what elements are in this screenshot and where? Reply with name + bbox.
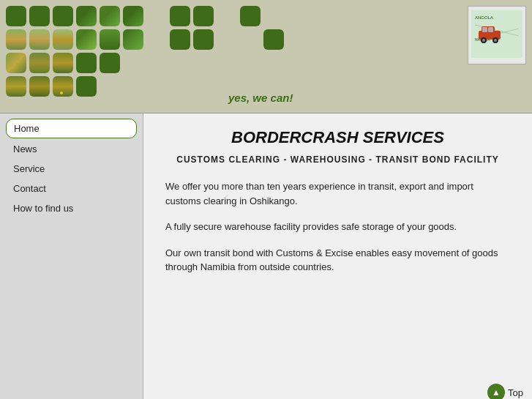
green-square xyxy=(170,6,190,26)
grid-spacer xyxy=(217,6,237,26)
grid-spacer xyxy=(170,53,190,73)
main-layout: Home News Service Contact How to find us… xyxy=(0,113,532,399)
grid-spacer xyxy=(170,76,190,97)
photo-cell xyxy=(76,6,97,26)
svg-rect-8 xyxy=(488,27,493,32)
nav-item-service[interactable]: Service xyxy=(6,160,137,178)
grid-spacer xyxy=(146,6,167,26)
top-button[interactable]: ▲ Top xyxy=(487,384,523,399)
green-square xyxy=(76,76,97,97)
grid-spacer xyxy=(263,6,284,26)
green-square xyxy=(100,53,120,73)
nav-item-news[interactable]: News xyxy=(6,140,137,158)
photo-cell xyxy=(6,76,26,97)
paragraph-2: A fully secure warehouse facility provid… xyxy=(165,220,510,234)
photo-cell xyxy=(123,6,143,26)
photo-cell xyxy=(29,76,50,97)
tagline: yes, we can! xyxy=(228,92,293,104)
photo-cell xyxy=(53,29,73,50)
nav-item-how-to-find[interactable]: How to find us xyxy=(6,199,137,217)
sidebar: Home News Service Contact How to find us xyxy=(0,113,143,399)
grid-spacer xyxy=(123,76,143,97)
grid-spacer xyxy=(100,76,120,97)
green-square xyxy=(240,6,261,26)
green-square xyxy=(193,6,214,26)
grid-spacer xyxy=(217,53,237,73)
grid-spacer xyxy=(146,29,167,50)
header: yes, we can! ANGOLA NAMIBIA xyxy=(0,0,532,113)
grid-spacer xyxy=(146,76,167,97)
nav-item-home[interactable]: Home xyxy=(6,119,137,138)
photo-cell xyxy=(53,53,73,73)
green-square xyxy=(76,53,97,73)
grid-spacer xyxy=(146,53,167,73)
subtitle: CUSTOMS CLEARING - WAREHOUSING - TRANSIT… xyxy=(165,154,510,165)
photo-cell xyxy=(29,53,50,73)
photo-cell xyxy=(100,6,120,26)
top-circle-icon: ▲ xyxy=(487,384,505,399)
grid-spacer xyxy=(240,29,261,50)
grid-spacer xyxy=(217,29,237,50)
logo: ANGOLA NAMIBIA xyxy=(468,6,526,64)
photo-cell xyxy=(6,29,26,50)
photo-cell xyxy=(100,29,120,50)
photo-cell xyxy=(29,6,50,26)
top-label: Top xyxy=(508,387,523,398)
svg-text:ANGOLA: ANGOLA xyxy=(475,15,493,20)
photo-cell xyxy=(76,29,97,50)
green-square xyxy=(263,29,284,50)
nav-item-contact[interactable]: Contact xyxy=(6,179,137,198)
svg-rect-7 xyxy=(482,27,487,32)
green-square xyxy=(170,29,190,50)
photo-cell xyxy=(29,29,50,50)
content-area: BORDERCRASH SERVICES CUSTOMS CLEARING - … xyxy=(143,113,532,399)
grid-spacer xyxy=(193,53,214,73)
photo-cell xyxy=(53,6,73,26)
grid-spacer xyxy=(123,53,143,73)
photo-cell xyxy=(123,29,143,50)
photo-cell xyxy=(6,6,26,26)
page-title: BORDERCRASH SERVICES xyxy=(165,128,510,147)
logo-car-icon: ANGOLA NAMIBIA xyxy=(471,10,522,58)
green-square xyxy=(193,29,214,50)
grid-spacer xyxy=(193,76,214,97)
photo-cell xyxy=(53,76,73,97)
paragraph-1: We offer you more than ten years experie… xyxy=(165,179,510,208)
svg-point-12 xyxy=(494,39,497,42)
paragraph-3: Our own transit bond with Customs & Exci… xyxy=(165,246,510,275)
grid-spacer xyxy=(263,53,284,73)
grid-spacer xyxy=(240,53,261,73)
svg-point-10 xyxy=(482,39,485,42)
photo-cell xyxy=(6,53,26,73)
